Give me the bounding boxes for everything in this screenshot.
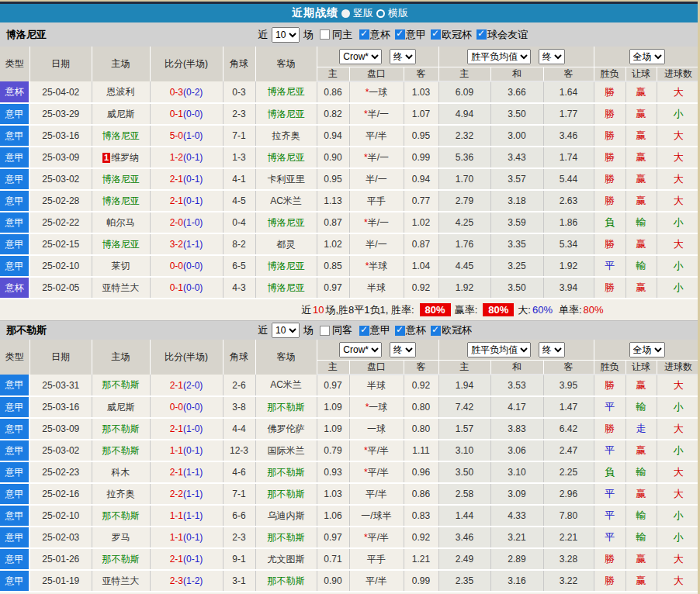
match-score: 5-0(1-0): [150, 125, 223, 147]
corner-score: 6-5: [223, 255, 255, 277]
home-team-name: 亚特兰大: [102, 282, 140, 293]
horizontal-radio-label[interactable]: 横版: [388, 6, 408, 20]
odds-home: 1.13: [317, 190, 349, 212]
away-team: 国际米兰: [255, 440, 317, 461]
full-score: 2-2: [170, 489, 183, 499]
match-row: 意甲25-03-09那不勒斯2-1(1-0)4-4佛罗伦萨1.09一球0.801…: [0, 418, 700, 440]
scope-select[interactable]: 全场: [629, 49, 665, 64]
handicap-result-cell: 輸: [625, 255, 657, 277]
same-away-label[interactable]: 同客: [332, 323, 352, 337]
league-filter-checkbox[interactable]: [431, 29, 441, 40]
match-date: 25-02-05: [29, 277, 92, 299]
half-score: (0-0): [183, 402, 203, 413]
europe-away-odds: 1.86: [543, 212, 594, 233]
league-filter-label[interactable]: 球会友谊: [487, 28, 528, 42]
corner-score: 2-3: [223, 527, 255, 548]
away-team: 卡利亚里: [255, 168, 317, 190]
col-handicap: 盘口: [349, 361, 404, 375]
league-filter-label[interactable]: 意甲: [406, 28, 426, 42]
col-goals: 进球数: [657, 361, 700, 375]
away-team: 佛罗伦萨: [255, 418, 317, 440]
home-team: 亚特兰大: [92, 570, 150, 592]
league-filter-checkbox[interactable]: [359, 326, 369, 336]
europe-source-select[interactable]: 胜平负均值: [467, 342, 531, 357]
handicap-line: 平手: [349, 548, 404, 570]
odds-final-select[interactable]: 终: [390, 49, 416, 64]
recent-count-select[interactable]: 10: [272, 323, 300, 338]
goals-cell: 大: [657, 570, 700, 592]
odds-home: 0.87: [317, 212, 349, 233]
odds-away: 0.92: [404, 277, 438, 299]
match-date: 25-03-29: [29, 103, 92, 125]
handicap-result-cell: 赢: [625, 190, 657, 212]
home-team: 莱切: [92, 255, 150, 277]
europe-draw-odds: 3.50: [490, 277, 543, 299]
europe-away-odds: 1.64: [543, 81, 594, 103]
league-filter-label[interactable]: 欧冠杯: [442, 323, 472, 337]
league-filter-label[interactable]: 意杯: [406, 323, 426, 337]
odds-away: 0.95: [404, 125, 438, 147]
half-score: (0-1): [183, 445, 203, 456]
europe-final-select[interactable]: 终: [539, 49, 565, 64]
league-badge: 意甲: [0, 548, 29, 570]
home-team: 博洛尼亚: [92, 168, 150, 190]
europe-away-odds: 2.25: [543, 461, 594, 483]
europe-home-odds: 1.44: [438, 505, 490, 527]
full-score: 2-3: [170, 575, 183, 586]
full-score: 0-1: [170, 282, 183, 293]
scope-select[interactable]: 全场: [629, 342, 665, 357]
handicap-result-cell: 輸: [625, 396, 657, 418]
match-row: 意甲25-02-23科木2-1(1-1)4-6那不勒斯0.93*平/半0.963…: [0, 461, 700, 483]
match-date: 25-02-16: [29, 483, 92, 505]
odds-source-select[interactable]: Crow*: [339, 49, 382, 64]
league-filter-checkbox[interactable]: [431, 326, 441, 336]
goals-cell: 大: [657, 375, 700, 396]
corner-score: 2-3: [223, 103, 255, 125]
vertical-radio[interactable]: [341, 9, 350, 18]
same-away-checkbox[interactable]: [320, 326, 330, 336]
europe-away-odds: 2.47: [543, 440, 594, 461]
home-team: 恩波利: [92, 81, 150, 103]
league-filter-label[interactable]: 意甲: [370, 323, 390, 337]
summary-text: 单率:: [559, 303, 582, 317]
summary-text: 近: [301, 303, 311, 317]
league-filter-checkbox[interactable]: [476, 29, 487, 40]
odds-group-header: Crow* 终: [317, 340, 438, 361]
league-filter-label[interactable]: 欧冠杯: [442, 28, 472, 42]
goals-cell: 小: [657, 212, 700, 233]
league-filter-checkbox[interactable]: [395, 326, 405, 336]
europe-source-select[interactable]: 胜平负均值: [467, 49, 531, 64]
league-filter-checkbox[interactable]: [395, 29, 405, 40]
odds-final-select[interactable]: 终: [390, 342, 416, 357]
league-filter-label[interactable]: 意杯: [370, 28, 390, 42]
result-cell: 平: [594, 440, 625, 461]
europe-home-odds: 2.49: [438, 548, 490, 570]
home-team: 那不勒斯: [92, 440, 150, 461]
handicap-text: 一球: [369, 402, 387, 413]
half-score: (1-2): [183, 575, 203, 586]
europe-away-odds: 1.47: [543, 396, 594, 418]
same-home-checkbox[interactable]: [320, 29, 330, 40]
europe-final-select[interactable]: 终: [539, 342, 565, 357]
league-filter-checkbox[interactable]: [359, 29, 369, 40]
same-home-label[interactable]: 同主: [332, 28, 352, 42]
match-date: 25-03-16: [29, 396, 92, 418]
home-team: 威尼斯: [92, 103, 150, 125]
odds-source-select[interactable]: Crow*: [339, 342, 382, 357]
recent-count-select[interactable]: 10: [272, 27, 300, 43]
odds-home: 1.02: [317, 233, 349, 255]
horizontal-radio[interactable]: [376, 9, 385, 18]
match-row: 意杯25-02-05亚特兰大0-1(0-0)4-3博洛尼亚0.97半球0.921…: [0, 277, 700, 299]
home-team-name: 维罗纳: [111, 152, 139, 163]
handicap-line: *半球: [349, 255, 404, 277]
col-home: 主场: [92, 340, 150, 375]
handicap-result-cell: 輸: [625, 527, 657, 548]
col-corner: 角球: [223, 47, 255, 81]
away-team: 都灵: [255, 233, 317, 255]
vertical-radio-label[interactable]: 竖版: [353, 6, 373, 20]
games-label: 场: [303, 28, 314, 42]
handicap-text: 半/一: [368, 152, 389, 163]
handicap-line: 平手: [349, 190, 404, 212]
away-team-name: 卡利亚里: [268, 174, 305, 185]
handicap-text: 平/半: [368, 532, 389, 543]
